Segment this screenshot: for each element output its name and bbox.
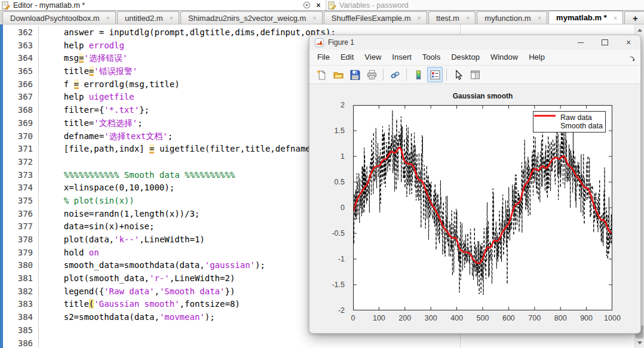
scroll-up-button[interactable] xyxy=(635,25,644,35)
code-line[interactable]: 386 xyxy=(3,337,634,348)
line-number[interactable]: 369 xyxy=(3,117,39,130)
toolbar-separator xyxy=(406,69,407,81)
close-button[interactable]: × xyxy=(617,35,640,50)
panel-menu-icon[interactable] xyxy=(302,1,311,10)
scroll-down-button[interactable] xyxy=(635,338,644,347)
tab-downloadpsychtoolbox-m[interactable]: DownloadPsychtoolbox.m× xyxy=(2,11,116,24)
line-number[interactable]: 382 xyxy=(3,285,39,298)
minimize-icon xyxy=(578,42,584,43)
tab-shimadzu2nirs-s2vector-weicg-m[interactable]: Shimadzu2nirs_s2vector_weicg.m× xyxy=(180,11,323,24)
line-number[interactable]: 379 xyxy=(3,247,39,260)
line-number[interactable]: 372 xyxy=(3,156,39,169)
tab-close-icon[interactable]: × xyxy=(106,14,110,21)
code-token: x=linspace(0,10,1000); xyxy=(44,183,174,192)
code-token: ,LineWidth=2) xyxy=(170,273,235,283)
editor-document-icon xyxy=(2,1,10,10)
triangle-down-icon xyxy=(637,341,642,344)
link-plots-button[interactable] xyxy=(387,67,403,82)
open-folder-button[interactable] xyxy=(330,67,346,82)
line-number[interactable]: 362 xyxy=(3,26,39,39)
tab-close-icon[interactable]: × xyxy=(417,14,421,21)
new-tab-button[interactable]: + xyxy=(624,11,644,24)
tab-mymatlab-m[interactable]: mymatlab.m *× xyxy=(548,11,623,24)
minimize-button[interactable] xyxy=(569,35,593,50)
axes-canvas[interactable] xyxy=(353,105,612,310)
menu-item-file[interactable]: File xyxy=(312,50,335,64)
menu-item-edit[interactable]: Edit xyxy=(335,50,359,64)
editor-panel-close-icon[interactable]: × xyxy=(314,1,323,10)
property-inspector-button[interactable] xyxy=(467,67,483,82)
insert-legend-button[interactable] xyxy=(427,67,443,82)
code-token: '错误报警' xyxy=(94,66,137,76)
legend-entry[interactable]: Smooth data xyxy=(536,122,603,130)
insert-colorbar-button[interactable] xyxy=(410,67,426,82)
variables-panel-titlebar[interactable]: Variables - password xyxy=(326,0,644,10)
code-token: '*.txt' xyxy=(104,105,139,115)
line-number[interactable]: 373 xyxy=(3,169,39,182)
menu-item-view[interactable]: View xyxy=(359,50,387,64)
tab-label: untitled2.m xyxy=(125,14,163,23)
code-text xyxy=(39,337,44,348)
tab-ttest-m[interactable]: ttest.m× xyxy=(428,11,476,24)
tab-close-icon[interactable]: × xyxy=(170,14,173,21)
line-number[interactable]: 385 xyxy=(3,324,39,337)
print-button[interactable] xyxy=(364,67,379,82)
tab-myfunction-m[interactable]: myfunction.m× xyxy=(477,11,547,24)
plot-area[interactable]: Gaussian smooth -2-1.5-1-0.500.511.52 01… xyxy=(309,84,640,334)
code-token: 'Smooth data' xyxy=(160,287,225,296)
line-number[interactable]: 367 xyxy=(3,91,39,104)
line-number[interactable]: 383 xyxy=(3,298,39,311)
code-token: filter={ xyxy=(44,105,104,115)
tab-untitled2-m[interactable]: untitled2.m× xyxy=(117,11,179,24)
axes[interactable]: Raw dataSmooth data xyxy=(353,105,612,310)
line-number[interactable]: 384 xyxy=(3,311,39,324)
line-number[interactable]: 381 xyxy=(3,272,39,285)
edit-plot-arrow-button[interactable] xyxy=(450,67,466,82)
code-token: ); xyxy=(255,260,265,270)
variables-panel-title: Variables - password xyxy=(339,1,409,10)
maximize-button[interactable] xyxy=(593,35,617,50)
tab-bar-grip[interactable] xyxy=(1,12,2,23)
menu-item-help[interactable]: Help xyxy=(523,50,550,64)
tab-close-icon[interactable]: × xyxy=(538,14,541,21)
code-token: answer = inputdlg(prompt,dlgtitle,dims,d… xyxy=(44,27,336,37)
tab-close-icon[interactable]: × xyxy=(466,14,470,21)
code-token: '文档选择' xyxy=(94,118,137,128)
code-token: uigetfile(filter,title,defname); xyxy=(154,144,320,153)
line-number[interactable]: 377 xyxy=(3,220,39,233)
line-number[interactable]: 368 xyxy=(3,104,39,117)
new-document-icon xyxy=(317,70,327,80)
line-number[interactable]: 371 xyxy=(3,143,39,156)
code-token: title xyxy=(44,66,89,76)
line-number[interactable]: 386 xyxy=(3,337,39,348)
figure-titlebar[interactable]: Figure 1 × xyxy=(309,35,640,50)
tab-close-icon[interactable]: × xyxy=(614,14,617,21)
line-number[interactable]: 378 xyxy=(3,233,39,247)
menu-item-desktop[interactable]: Desktop xyxy=(446,50,485,64)
menu-item-tools[interactable]: Tools xyxy=(417,50,446,64)
line-number[interactable]: 375 xyxy=(3,195,39,208)
line-number[interactable]: 365 xyxy=(3,65,39,78)
tab-shufflefilesexample-m[interactable]: ShuffleFilesExample.m× xyxy=(324,11,427,24)
menu-item-window[interactable]: Window xyxy=(485,50,523,64)
code-token: errordlg(msg,title) xyxy=(79,79,180,89)
line-number[interactable]: 364 xyxy=(3,52,39,65)
line-number[interactable]: 376 xyxy=(3,208,39,221)
line-number[interactable]: 370 xyxy=(3,130,39,143)
save-button[interactable] xyxy=(347,67,363,82)
plot-legend[interactable]: Raw dataSmooth data xyxy=(533,111,606,133)
line-number[interactable]: 366 xyxy=(3,78,39,91)
menubar-overflow-icon[interactable] xyxy=(629,54,636,61)
code-token: title= xyxy=(44,118,94,128)
tab-close-icon[interactable]: × xyxy=(312,14,316,21)
legend-label: Smooth data xyxy=(560,122,603,130)
line-number[interactable]: 363 xyxy=(3,39,39,53)
new-document-button[interactable] xyxy=(314,67,329,82)
code-text: noise=randn(1,length(x))/3; xyxy=(39,208,200,221)
menu-item-insert[interactable]: Insert xyxy=(387,50,417,64)
code-token: data=sin(x)+noise; xyxy=(44,221,154,231)
code-text: f = errordlg(msg,title) xyxy=(39,78,180,91)
line-number[interactable]: 380 xyxy=(3,259,39,272)
line-number[interactable]: 374 xyxy=(3,181,39,195)
code-text: % plot(sin(x)) xyxy=(39,195,134,208)
